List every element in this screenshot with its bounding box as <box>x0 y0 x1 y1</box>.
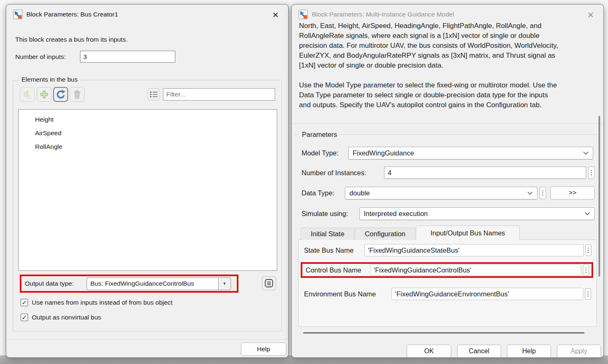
simulate-using-value: Interpreted execution <box>364 210 584 218</box>
description-line: RollAngleRate signals, where each signal… <box>299 31 595 41</box>
output-data-type-highlight: Output data type: Bus: FixedWingGuidance… <box>20 275 238 293</box>
list-view-button[interactable] <box>148 88 160 101</box>
data-type-value: double <box>349 189 527 197</box>
connect-element-icon <box>23 90 32 99</box>
list-item[interactable]: AirSpeed <box>19 126 277 140</box>
description-line: Use the Model Type parameter to select t… <box>299 80 595 90</box>
menu-lines-icon <box>264 279 273 288</box>
close-icon[interactable]: ✕ <box>585 9 596 20</box>
number-of-inputs-label: Number of inputs: <box>15 51 66 63</box>
number-of-instances-field[interactable] <box>384 167 586 179</box>
tab-configuration[interactable]: Configuration <box>355 228 415 240</box>
environment-bus-options-button[interactable]: ⋮ <box>585 288 591 300</box>
control-bus-name-highlight: Control Bus Name ⋮ <box>301 262 593 278</box>
scrollbar-thumb[interactable] <box>599 116 600 277</box>
cancel-button[interactable]: Cancel <box>457 345 501 358</box>
state-bus-name-field[interactable] <box>364 244 584 256</box>
environment-bus-name-field[interactable] <box>391 288 583 300</box>
description-line: EulerZYX, and BodyAngularRateRPY signals… <box>299 51 595 61</box>
delete-element-button[interactable] <box>70 87 85 102</box>
description-line: [1xN] vector of single or double precisi… <box>299 61 595 70</box>
bulleted-list-icon <box>150 91 158 98</box>
use-names-checkbox-row[interactable]: ✓ Use names from inputs instead of from … <box>21 299 172 306</box>
output-data-type-label: Output data type: <box>21 280 87 287</box>
refresh-button[interactable] <box>53 87 68 102</box>
footer-separator <box>303 332 584 333</box>
close-icon[interactable]: ✕ <box>270 9 281 20</box>
chevron-down-icon <box>527 191 533 195</box>
data-type-label: Data Type: <box>302 187 335 200</box>
description-paragraph-1: North, East, Height, AirSpeed, HeadingAn… <box>299 21 595 70</box>
block-description: This block creates a bus from its inputs… <box>15 33 127 46</box>
state-bus-options-button[interactable]: ⋮ <box>585 244 592 256</box>
tab-input-output-bus-names[interactable]: Input/Output Bus Names <box>416 225 520 240</box>
description-line: precision data. For multirotor UAV, the … <box>299 41 595 51</box>
number-of-instances-label: Number of Instances: <box>302 167 366 179</box>
refresh-icon <box>56 89 66 100</box>
model-type-value: FixedWingGuidance <box>353 149 583 157</box>
checkbox-checked-icon[interactable]: ✓ <box>21 314 28 321</box>
output-data-type-combo[interactable]: Bus: FixedWingGuidanceControlBus ▼ <box>87 277 231 290</box>
simulink-block-icon <box>298 9 308 19</box>
apply-button[interactable]: Apply <box>557 345 601 358</box>
expand-button[interactable]: >> <box>550 186 595 200</box>
filter-input[interactable] <box>163 88 275 101</box>
checkbox-checked-icon[interactable]: ✓ <box>21 299 28 306</box>
description-line: Data Type parameter to select single or … <box>299 90 595 100</box>
model-type-label: Model Type: <box>302 147 339 160</box>
plus-icon <box>40 90 49 99</box>
dialog-title: Block Parameters: Bus Creator1 <box>26 11 118 18</box>
list-item[interactable]: RollAngle <box>19 140 277 153</box>
add-element-button[interactable] <box>37 87 52 102</box>
parameters-group: Parameters <box>294 131 598 139</box>
connect-element-button[interactable] <box>20 87 35 102</box>
control-bus-name-label: Control Bus Name <box>302 266 370 274</box>
section-divider <box>292 123 604 124</box>
guidance-model-dialog: Block Parameters: Multi-Instance Guidanc… <box>291 4 604 358</box>
chevron-down-icon <box>583 151 589 155</box>
description-paragraph-2: Use the Model Type parameter to select t… <box>299 80 595 110</box>
dropdown-arrow-icon[interactable]: ▼ <box>218 277 231 290</box>
use-names-checkbox-label: Use names from inputs instead of from bu… <box>32 299 172 306</box>
parameters-group-label: Parameters <box>299 131 340 139</box>
description-line: and outputs. Specify the UAV's autopilot… <box>299 100 595 110</box>
group-line <box>340 134 598 135</box>
elements-groupbox: Elements in the bus <box>13 80 282 331</box>
output-data-type-value: Bus: FixedWingGuidanceControlBus <box>87 277 218 290</box>
dialog-title: Block Parameters: Multi-Instance Guidanc… <box>312 11 454 18</box>
nonvirtual-checkbox-row[interactable]: ✓ Output as nonvirtual bus <box>21 314 101 321</box>
number-of-instances-options-button[interactable]: ⋮ <box>588 167 595 179</box>
group-line <box>294 134 299 135</box>
trash-icon <box>73 90 81 99</box>
nonvirtual-checkbox-label: Output as nonvirtual bus <box>32 314 101 321</box>
simulate-using-select[interactable]: Interpreted execution <box>359 207 595 220</box>
chevron-down-icon <box>584 212 590 216</box>
bus-elements-list[interactable]: Height AirSpeed RollAngle <box>18 109 277 271</box>
data-type-select[interactable]: double <box>345 187 537 200</box>
data-type-options-button[interactable]: ⋮ <box>540 187 546 199</box>
list-item[interactable]: Height <box>19 113 277 126</box>
description-line: North, East, Height, AirSpeed, HeadingAn… <box>299 21 595 31</box>
model-type-select[interactable]: FixedWingGuidance <box>348 147 593 160</box>
ok-button[interactable]: OK <box>407 345 451 358</box>
elements-group-title: Elements in the bus <box>19 76 80 83</box>
environment-bus-name-label: Environment Bus Name <box>304 288 376 301</box>
bus-creator-dialog: Block Parameters: Bus Creator1 ✕ This bl… <box>6 4 289 358</box>
simulink-block-icon <box>13 9 23 19</box>
footer-divider <box>6 339 289 340</box>
control-bus-options-button[interactable]: ⋮ <box>583 264 589 276</box>
data-type-assistant-button[interactable] <box>262 276 276 290</box>
bus-creator-titlebar[interactable]: Block Parameters: Bus Creator1 <box>6 5 288 24</box>
number-of-inputs-field[interactable] <box>80 51 175 63</box>
simulate-using-label: Simulate using: <box>302 207 348 220</box>
state-bus-name-label: State Bus Name <box>304 244 353 257</box>
tab-initial-state[interactable]: Initial State <box>301 228 354 240</box>
control-bus-name-field[interactable] <box>370 264 581 276</box>
help-button[interactable]: Help <box>507 345 551 358</box>
help-button[interactable]: Help <box>241 343 286 356</box>
